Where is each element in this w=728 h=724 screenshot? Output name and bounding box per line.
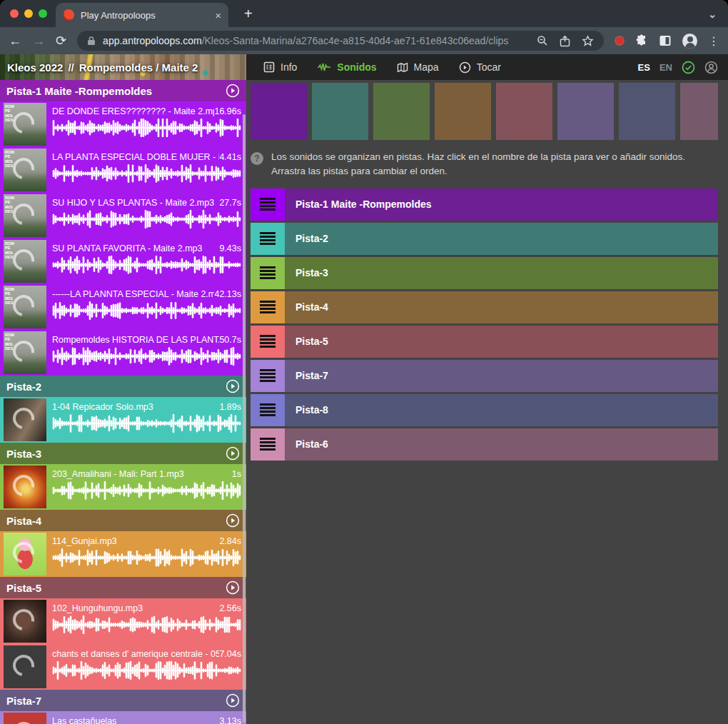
loading-spinner-icon	[9, 538, 39, 568]
play-track-button[interactable]	[226, 580, 240, 595]
play-track-button[interactable]	[226, 379, 240, 393]
lang-toggle-es[interactable]: ES	[638, 62, 650, 73]
track-row-bar[interactable]: Pista-3	[285, 257, 718, 289]
clip-waveform	[52, 661, 241, 680]
share-icon[interactable]	[560, 35, 570, 47]
audio-clip[interactable]: ROM PE MOL DES------LA PLANNTA ESPECIAL …	[0, 284, 246, 330]
play-track-button[interactable]	[226, 84, 240, 98]
minimize-window-button[interactable]	[24, 9, 33, 18]
nav-label-mapa: Mapa	[414, 61, 439, 73]
track-row[interactable]: Pista-4	[251, 291, 718, 323]
drag-handle[interactable]	[251, 291, 285, 323]
track-name: Pista-7	[6, 695, 41, 707]
audio-clip[interactable]: 203_Amalihani - Mali: Part 1.mp31s	[0, 464, 246, 510]
browser-tab[interactable]: Play Antropoloops ×	[56, 3, 228, 27]
track-row[interactable]: Pista-3	[251, 257, 718, 289]
track-header[interactable]: Pista-7	[0, 690, 246, 711]
side-panel-icon[interactable]	[659, 34, 672, 47]
audio-clip[interactable]: chants et danses d' amerique centrale - …	[0, 644, 246, 690]
account-icon[interactable]	[704, 61, 718, 74]
track-header[interactable]: Pista-3	[0, 443, 246, 464]
play-circle-icon	[459, 61, 471, 74]
profile-avatar-icon[interactable]	[682, 34, 697, 49]
nav-item-tocar[interactable]: Tocar	[459, 61, 501, 74]
back-button[interactable]: ←	[9, 34, 21, 47]
track-row[interactable]: Pista-8	[251, 394, 718, 426]
nav-item-info[interactable]: Info	[263, 61, 297, 73]
play-track-button[interactable]	[226, 513, 240, 528]
drag-handle[interactable]	[251, 360, 285, 392]
forward-button[interactable]: →	[32, 34, 45, 47]
nav-item-sonidos[interactable]: Sonidos	[317, 61, 376, 73]
audio-clip[interactable]: ROM PE MOL DESLA PLANTA ESPECIAL DOBLE M…	[0, 147, 246, 193]
breadcrumb-project[interactable]: Kleos 2022	[7, 61, 63, 74]
clip-title: 203_Amalihani - Mali: Part 1.mp3	[52, 469, 184, 479]
reload-button[interactable]: ⟳	[56, 34, 66, 47]
audio-clip[interactable]: ROM PE MOL DESDE DONDE ERES???????? - Ma…	[0, 101, 246, 147]
drag-handle[interactable]	[251, 326, 285, 358]
drag-handle-icon	[260, 335, 275, 348]
sidebar-scrollbar[interactable]	[243, 114, 246, 723]
drag-handle[interactable]	[251, 428, 285, 461]
url-path: /Kleos-Santa-Marina/a276ac4e-a815-40d4-a…	[202, 35, 509, 46]
audio-clip[interactable]: 102_Hunguhungu.mp32.56s	[0, 598, 246, 644]
track-row-label: Pista-8	[295, 404, 328, 416]
bookmark-star-icon[interactable]	[582, 35, 594, 47]
clip-waveform	[52, 414, 241, 433]
clip-thumbnail: ROM PE MOL DES	[4, 331, 46, 374]
close-window-button[interactable]	[10, 9, 19, 18]
track-row[interactable]: Pista-1 Maite -Rompemoldes	[251, 188, 718, 221]
zoom-page-icon[interactable]	[537, 35, 548, 46]
lang-toggle-en[interactable]: EN	[659, 62, 672, 73]
track-row-bar[interactable]: Pista-4	[285, 291, 718, 323]
nav-item-mapa[interactable]: Mapa	[397, 61, 439, 73]
audio-clip[interactable]: ROM PE MOL DESSU PLANTA FAVORITA - Maite…	[0, 238, 246, 284]
track-header[interactable]: Pista-4	[0, 510, 246, 531]
map-icon	[397, 62, 408, 73]
track-row-bar[interactable]: Pista-7	[285, 360, 718, 392]
track-row-bar[interactable]: Pista-2	[285, 223, 718, 255]
track-row-bar[interactable]: Pista-1 Maite -Rompemoldes	[285, 188, 718, 221]
header-map-banner: Kleos 2022//Rompemoldes / Maite 2	[0, 54, 246, 80]
clip-duration: 2.84s	[219, 536, 241, 546]
audio-clip[interactable]: 1-04 Repicador Solo.mp31.89s	[0, 397, 246, 443]
track-row-bar[interactable]: Pista-6	[285, 428, 718, 461]
main-panel: ? Los sonidos se organizan en pistas. Ha…	[246, 80, 728, 724]
track-row-label: Pista-6	[295, 438, 328, 450]
clip-duration: 4.41s	[219, 152, 241, 162]
track-row[interactable]: Pista-7	[251, 360, 718, 392]
play-track-button[interactable]	[226, 693, 240, 708]
tab-search-chevron-icon[interactable]: ⌄	[708, 9, 717, 20]
zoom-window-button[interactable]	[39, 9, 47, 18]
audio-clip[interactable]: 114_Gunjai.mp32.84s	[0, 531, 246, 577]
clip-waveform	[52, 210, 241, 228]
drag-handle[interactable]	[251, 394, 285, 426]
track-row[interactable]: Pista-2	[251, 223, 718, 255]
track-row-bar[interactable]: Pista-8	[285, 394, 718, 426]
address-bar[interactable]: app.antropoloops.com/Kleos-Santa-Marina/…	[77, 31, 604, 51]
browser-menu-icon[interactable]: ⋮	[708, 34, 719, 48]
track-row-bar[interactable]: Pista-5	[285, 326, 718, 358]
drag-handle[interactable]	[251, 223, 285, 255]
drag-handle-icon	[260, 266, 275, 279]
track-header[interactable]: Pista-5	[0, 577, 246, 598]
track-row[interactable]: Pista-5	[251, 326, 718, 358]
audio-clip[interactable]: ROM PE MOL DESSU HIJO Y LAS PLANTAS - Ma…	[0, 193, 246, 238]
drag-handle[interactable]	[251, 257, 285, 289]
drag-handle[interactable]	[251, 188, 285, 221]
audio-clip[interactable]: ROM PE MOL DESRompemoldes HISTORIA DE LA…	[0, 330, 246, 376]
clip-waveform	[52, 347, 241, 366]
extensions-puzzle-icon[interactable]	[635, 34, 648, 47]
play-track-button[interactable]	[226, 446, 240, 461]
track-header[interactable]: Pista-2	[0, 376, 246, 397]
saved-check-icon[interactable]	[682, 61, 695, 74]
track-header[interactable]: Pista-1 Maite -Rompemoldes	[0, 80, 246, 101]
audio-clip[interactable]: Las castañuelas3.13s	[0, 711, 246, 724]
clip-duration: 1.89s	[219, 402, 241, 412]
tab-close-icon[interactable]: ×	[215, 9, 221, 21]
clip-body: DE DONDE ERES???????? - Maite 2.mp316.96…	[46, 101, 246, 147]
track-row[interactable]: Pista-6	[251, 428, 718, 461]
new-tab-button[interactable]: +	[244, 6, 253, 21]
record-extension-icon[interactable]	[615, 36, 625, 46]
clip-title: Las castañuelas	[52, 716, 116, 724]
